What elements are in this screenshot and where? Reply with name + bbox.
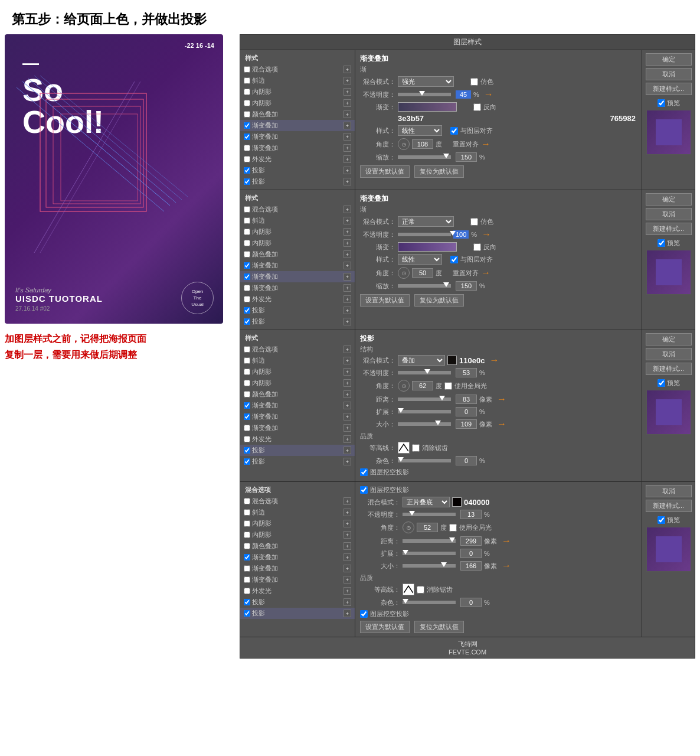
sec3-opacity-input[interactable]	[456, 368, 477, 377]
s2-item-3[interactable]: 内阴影+	[240, 226, 355, 237]
s4-item-11-active[interactable]: 投影+	[240, 608, 355, 619]
sec3-distance-input[interactable]	[456, 395, 477, 404]
sec4-size-slider[interactable]	[403, 564, 456, 568]
sec4-layer-knockout-check-top[interactable]	[360, 486, 368, 494]
sec3-remove-banding-check[interactable]	[412, 444, 420, 452]
s4-item-4[interactable]: 内阴影+	[240, 529, 355, 540]
sec1-new-style-btn[interactable]: 新建样式...	[646, 83, 692, 95]
sec4-spread-input[interactable]	[460, 549, 482, 558]
sec1-blend-select[interactable]: 强光	[398, 76, 454, 87]
sec3-angle-dial[interactable]: ◷	[398, 380, 410, 392]
sec2-preview-checkbox[interactable]	[658, 239, 665, 247]
sec4-color-swatch[interactable]	[452, 497, 462, 507]
sec2-angle-input[interactable]	[412, 268, 433, 278]
s3-item-9[interactable]: 外发光+	[240, 434, 355, 445]
s2-item-6[interactable]: 渐变叠加+	[240, 260, 355, 271]
list-item-shadow1[interactable]: 投影+	[240, 165, 355, 176]
sec3-color-swatch[interactable]	[447, 356, 457, 365]
sec3-noise-input[interactable]	[456, 456, 477, 465]
s2-item-8[interactable]: 渐变叠加+	[240, 282, 355, 294]
sec2-opacity-slider[interactable]	[398, 233, 451, 236]
s3-item-8[interactable]: 渐变叠加+	[240, 422, 355, 434]
sec4-set-default[interactable]: 设置为默认值	[360, 621, 410, 633]
sec3-angle-input[interactable]	[412, 381, 433, 390]
sec4-remove-banding-check[interactable]	[417, 586, 424, 594]
sec4-layer-knockout-check[interactable]	[360, 610, 368, 618]
s3-item-5[interactable]: 颜色叠加+	[240, 389, 355, 400]
sec1-reverse-check[interactable]	[473, 103, 481, 111]
list-item-color-overlay[interactable]: 颜色叠加+	[240, 109, 355, 120]
sec3-noise-slider[interactable]	[398, 459, 451, 462]
s2-item-4[interactable]: 内阴影+	[240, 237, 355, 249]
sec3-spread-input[interactable]	[456, 407, 477, 416]
sec1-scale-slider[interactable]	[398, 155, 451, 159]
sec3-new-style-btn[interactable]: 新建样式...	[646, 363, 692, 375]
s4-item-3[interactable]: 内阴影+	[240, 518, 355, 529]
sec2-style-select[interactable]: 线性	[398, 254, 442, 265]
sec4-noise-slider[interactable]	[403, 601, 456, 604]
list-item-shadow2[interactable]: 投影+	[240, 176, 355, 187]
sec1-align-check[interactable]	[450, 127, 458, 135]
sec2-reverse-check[interactable]	[473, 243, 481, 251]
s3-item-2[interactable]: 斜边+	[240, 355, 355, 366]
sec1-angle-dial[interactable]: ◷	[398, 138, 410, 150]
sec4-spread-slider[interactable]	[403, 552, 456, 555]
sec1-set-default-btn[interactable]: 设置为默认值	[360, 165, 410, 178]
sec3-contour-thumb[interactable]	[398, 442, 410, 454]
sec3-layer-knockout-check[interactable]	[360, 468, 368, 476]
s4-item-1[interactable]: 混合选项+	[240, 496, 355, 507]
sec3-distance-slider[interactable]	[398, 397, 451, 401]
s3-item-3[interactable]: 内阴影+	[240, 366, 355, 377]
sec4-distance-input[interactable]	[460, 536, 482, 546]
list-item-inner-shadow1[interactable]: 内阴影+	[240, 86, 355, 97]
sec4-reset-default[interactable]: 复位为默认值	[414, 621, 464, 633]
list-item-outer-glow[interactable]: 外发光+	[240, 154, 355, 165]
sec3-size-input[interactable]	[456, 419, 477, 429]
sec2-scale-input[interactable]	[456, 281, 477, 291]
sec2-angle-dial[interactable]: ◷	[398, 267, 410, 279]
sec3-opacity-slider[interactable]	[398, 371, 451, 374]
sec4-size-input[interactable]	[460, 561, 482, 571]
sec4-blend-select[interactable]: 正片叠底	[403, 497, 450, 507]
sec1-preview-checkbox[interactable]	[658, 99, 665, 107]
sec2-fake-color[interactable]	[470, 218, 478, 226]
list-item-gradient3[interactable]: 渐变叠加+	[240, 142, 355, 154]
list-item-bevel[interactable]: 斜边+	[240, 75, 355, 86]
sec4-new-style-btn[interactable]: 新建样式...	[646, 500, 692, 512]
s4-item-2[interactable]: 斜边+	[240, 507, 355, 518]
sec3-global-light-check[interactable]	[444, 382, 452, 390]
s4-item-10[interactable]: 投影+	[240, 597, 355, 608]
sec4-angle-dial[interactable]: ◷	[403, 522, 414, 533]
list-item-gradient2[interactable]: 渐变叠加+	[240, 131, 355, 142]
s3-item-7[interactable]: 渐变叠加+	[240, 411, 355, 422]
sec2-cancel-btn[interactable]: 取消	[646, 208, 692, 220]
sec1-reset-default-btn[interactable]: 复位为默认值	[414, 165, 464, 178]
sec4-opacity-slider[interactable]	[403, 513, 456, 516]
s3-item-4[interactable]: 内阴影+	[240, 377, 355, 389]
sec2-reset-align[interactable]: 重置对齐	[453, 269, 479, 278]
sec1-fake-color-check[interactable]	[470, 78, 478, 86]
s2-item-2[interactable]: 斜边+	[240, 215, 355, 226]
s4-item-6[interactable]: 渐变叠加+	[240, 552, 355, 563]
sec3-preview-checkbox[interactable]	[658, 379, 665, 387]
sec3-size-slider[interactable]	[398, 422, 451, 426]
s2-item-10[interactable]: 投影+	[240, 305, 355, 316]
s3-item-1[interactable]: 混合选项+	[240, 344, 355, 355]
sec1-cancel-btn[interactable]: 取消	[646, 68, 692, 80]
s2-item-9[interactable]: 外发光+	[240, 294, 355, 305]
sec2-align-check[interactable]	[450, 256, 458, 263]
sec1-angle-input[interactable]	[412, 139, 433, 149]
sec2-new-style-btn[interactable]: 新建样式...	[646, 223, 692, 235]
sec2-reset-default[interactable]: 复位为默认值	[414, 294, 464, 307]
sec4-noise-input[interactable]	[460, 598, 482, 607]
sec2-gradient-bar[interactable]	[398, 242, 457, 252]
sec2-confirm-btn[interactable]: 确定	[646, 193, 692, 206]
sec1-style-select[interactable]: 线性	[398, 125, 442, 136]
s2-item-11[interactable]: 投影+	[240, 316, 355, 327]
sec2-set-default[interactable]: 设置为默认值	[360, 294, 410, 307]
sec3-confirm-btn[interactable]: 确定	[646, 333, 692, 346]
sec3-blend-select[interactable]: 叠加	[398, 355, 445, 366]
list-item-gradient1-active[interactable]: 渐变叠加+	[240, 120, 355, 131]
sec2-blend-select[interactable]: 正常	[398, 216, 454, 227]
sec4-preview-checkbox[interactable]	[658, 516, 665, 524]
